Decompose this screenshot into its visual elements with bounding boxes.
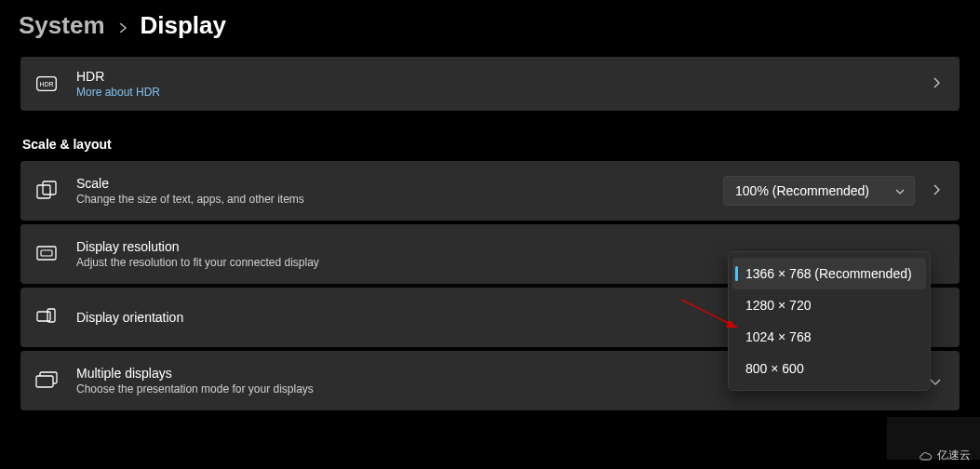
svg-rect-9 bbox=[36, 376, 53, 387]
svg-rect-4 bbox=[37, 247, 56, 260]
watermark: 亿速云 bbox=[919, 448, 971, 463]
resolution-option-0[interactable]: 1366 × 768 (Recommended) bbox=[732, 258, 926, 289]
svg-rect-7 bbox=[47, 309, 55, 322]
hdr-title: HDR bbox=[76, 69, 915, 84]
scale-title: Scale bbox=[76, 176, 723, 191]
scale-dropdown[interactable]: 100% (Recommended) bbox=[723, 176, 915, 206]
resolution-option-2[interactable]: 1024 × 768 bbox=[732, 321, 926, 353]
chevron-down-icon bbox=[895, 186, 905, 196]
resolution-option-1[interactable]: 1280 × 720 bbox=[732, 289, 926, 321]
scale-dropdown-value: 100% (Recommended) bbox=[735, 183, 869, 198]
orientation-icon bbox=[35, 306, 58, 328]
svg-rect-6 bbox=[37, 312, 50, 321]
svg-rect-5 bbox=[41, 250, 52, 256]
svg-rect-2 bbox=[37, 185, 50, 198]
resolution-dropdown-menu: 1366 × 768 (Recommended) 1280 × 720 1024… bbox=[728, 251, 931, 391]
scale-icon bbox=[35, 180, 58, 202]
svg-rect-3 bbox=[43, 181, 56, 194]
hdr-more-link[interactable]: More about HDR bbox=[76, 86, 915, 99]
chevron-right-icon bbox=[933, 77, 941, 91]
chevron-right-icon bbox=[118, 20, 128, 35]
breadcrumb-current: Display bbox=[141, 11, 227, 40]
section-scale-layout: Scale & layout bbox=[20, 137, 960, 152]
svg-text:HDR: HDR bbox=[39, 81, 53, 87]
scale-row[interactable]: Scale Change the size of text, apps, and… bbox=[20, 161, 960, 221]
breadcrumb: System Display bbox=[0, 0, 980, 49]
breadcrumb-parent[interactable]: System bbox=[19, 11, 105, 40]
resolution-option-3[interactable]: 800 × 600 bbox=[732, 353, 926, 384]
hdr-row[interactable]: HDR HDR More about HDR bbox=[20, 57, 960, 111]
chevron-right-icon bbox=[933, 184, 941, 198]
hdr-icon: HDR bbox=[35, 73, 58, 95]
resolution-icon bbox=[35, 243, 58, 265]
multiple-displays-icon bbox=[35, 369, 58, 392]
chevron-down-icon bbox=[930, 374, 941, 388]
scale-subtitle: Change the size of text, apps, and other… bbox=[76, 193, 723, 206]
